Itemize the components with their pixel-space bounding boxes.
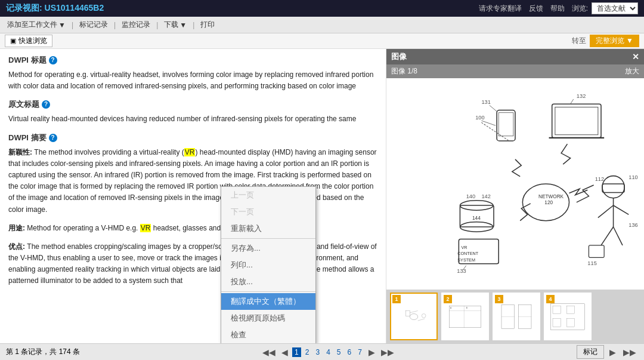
mark-record-button[interactable]: 标记记录 <box>77 19 110 31</box>
vr-highlight: VR <box>184 148 196 156</box>
svg-rect-44 <box>449 306 481 328</box>
novelty-prefix: 新颖性: <box>8 148 32 156</box>
cm-save-as[interactable]: 另存為... <box>221 240 315 257</box>
svg-text:120: 120 <box>544 200 553 205</box>
svg-text:131: 131 <box>481 99 490 105</box>
page-3[interactable]: 3 <box>313 347 322 357</box>
dwpi-title-help-icon[interactable]: ? <box>49 56 57 64</box>
page-6[interactable]: 6 <box>345 347 354 357</box>
cm-prev-page: 上一页 <box>221 187 315 204</box>
svg-rect-54 <box>553 306 561 313</box>
cm-next-page: 下一页 <box>221 204 315 220</box>
browse-label: 浏览: <box>572 4 588 14</box>
bookmark-prev-button[interactable]: ▶ <box>608 347 618 357</box>
thumbnail-3[interactable]: 3 <box>493 293 540 340</box>
toolbar-sep-4: | <box>191 21 196 29</box>
print-button[interactable]: 打印 <box>198 19 217 31</box>
toolbar-sep-3: | <box>155 21 159 29</box>
left-panel: DWPI 标题 ? Method for operating e.g. virt… <box>0 49 386 343</box>
usage-content: 用途: Method for operating a V-HMD e.g. VR… <box>8 223 377 234</box>
full-browse-button[interactable]: 完整浏览 ▼ <box>590 35 639 47</box>
advantage-label: 优点: <box>8 242 25 251</box>
thumbnail-1[interactable]: 1 <box>390 293 438 340</box>
title-prefix: 记录视图: <box>6 3 42 13</box>
advantage-content: 优点: The method enables cropping/scaling … <box>8 241 377 287</box>
dwpi-abstract-content: 新颖性: The method involves providing a vir… <box>8 147 377 216</box>
svg-rect-36 <box>589 245 604 258</box>
nav-right: 转至 完整浏览 ▼ <box>572 35 639 47</box>
page-7[interactable]: 7 <box>355 347 364 357</box>
svg-line-4 <box>571 99 574 104</box>
cm-translate[interactable]: 翻譯成中文（繁體） <box>221 293 315 310</box>
cm-inspect[interactable]: 檢查 <box>221 327 315 343</box>
right-panel: 图像 ✕ 图像 1/8 放大 132 131 100 <box>386 49 644 343</box>
cm-sep-1 <box>221 238 315 239</box>
thumb-num-4: 4 <box>546 295 555 303</box>
cm-reload[interactable]: 重新載入 <box>221 220 315 237</box>
quick-browse-button[interactable]: ▣ 快速浏览 <box>5 35 52 47</box>
page-4[interactable]: 4 <box>324 347 333 357</box>
browse-section: 浏览: 首选文献 <box>572 2 638 14</box>
page-title: 记录视图: US10114465B2 <box>6 3 104 14</box>
svg-line-32 <box>614 227 623 245</box>
close-icon[interactable]: ✕ <box>632 52 639 61</box>
svg-rect-5 <box>497 110 515 141</box>
expert-translate-link[interactable]: 请求专家翻译 <box>479 4 522 14</box>
svg-rect-0 <box>552 104 601 138</box>
browse-select[interactable]: 首选文献 <box>592 2 638 14</box>
cm-play[interactable]: 投放... <box>221 273 315 290</box>
svg-line-41 <box>418 318 425 320</box>
zoom-label[interactable]: 放大 <box>625 66 639 76</box>
svg-text:133: 133 <box>457 268 466 274</box>
svg-text:VR: VR <box>461 245 467 250</box>
thumb-num-1: 1 <box>392 295 401 303</box>
patent-drawing: 132 131 100 NETWORK 120 <box>386 78 644 290</box>
bookmark-button[interactable]: 标记 <box>577 345 604 359</box>
svg-rect-56 <box>553 318 561 326</box>
toolbar: 添加至工作文件 ▼ | 标记记录 | 监控记录 | 下载 ▼ | 打印 <box>0 17 644 33</box>
page-2[interactable]: 2 <box>303 347 312 357</box>
svg-line-30 <box>614 205 629 214</box>
cm-print[interactable]: 列印... <box>221 257 315 273</box>
svg-rect-57 <box>566 318 574 326</box>
image-subheader: 图像 1/8 放大 <box>386 64 644 78</box>
bookmark-next-button[interactable]: ▶▶ <box>621 347 638 357</box>
feedback-link[interactable]: 反馈 <box>529 4 543 14</box>
vr-highlight-2: VR <box>140 224 151 232</box>
cm-view-source[interactable]: 檢視網頁原始碼 <box>221 310 315 327</box>
page-1[interactable]: 1 <box>292 347 301 357</box>
svg-text:SYSTEM: SYSTEM <box>457 257 475 263</box>
page-5[interactable]: 5 <box>335 347 343 357</box>
context-menu: 上一页 下一页 重新載入 另存為... 列印... 投放... 翻譯成中文（繁體… <box>221 186 316 343</box>
download-button[interactable]: 下载 ▼ <box>162 19 189 31</box>
svg-text:100: 100 <box>475 115 484 121</box>
thumbnail-4[interactable]: 4 <box>544 293 592 340</box>
prev-page-button[interactable]: ◀ <box>280 347 290 357</box>
first-page-button[interactable]: ◀◀ <box>261 347 277 357</box>
usage-label: 用途: <box>8 224 25 232</box>
bottom-bar: 第 1 条记录，共 174 条 ◀◀ ◀ 1 2 3 4 5 6 7 ▶ ▶▶ … <box>0 343 644 360</box>
dwpi-abstract-help-icon[interactable]: ? <box>49 134 57 142</box>
add-to-work-button[interactable]: 添加至工作文件 ▼ <box>5 19 68 31</box>
dwpi-title-heading: DWPI 标题 ? <box>8 55 377 66</box>
thumbnail-2[interactable]: 2 A B <box>441 293 489 340</box>
svg-text:110: 110 <box>628 174 637 180</box>
last-page-button[interactable]: ▶▶ <box>379 347 396 357</box>
thumbnails-bar: 1 2 A B 3 <box>386 290 644 343</box>
svg-text:B: B <box>466 307 467 309</box>
cm-sep-2 <box>221 291 315 292</box>
page-numbers: 1 2 3 4 5 6 7 <box>292 347 364 357</box>
svg-text:140: 140 <box>466 193 475 199</box>
original-title-help-icon[interactable]: ? <box>42 100 50 109</box>
svg-line-29 <box>598 205 614 218</box>
help-link[interactable]: 帮助 <box>550 4 565 14</box>
next-page-button[interactable]: ▶ <box>367 347 377 357</box>
svg-text:112: 112 <box>595 176 604 182</box>
bookmark-area: 标记 ▶ ▶▶ <box>577 345 638 359</box>
image-panel-header: 图像 ✕ <box>386 49 644 64</box>
svg-rect-6 <box>499 113 513 136</box>
image-panel-title: 图像 <box>391 51 407 62</box>
svg-text:115: 115 <box>587 260 596 266</box>
toolbar-sep-1: | <box>70 21 75 29</box>
monitor-record-button[interactable]: 监控记录 <box>119 19 153 31</box>
